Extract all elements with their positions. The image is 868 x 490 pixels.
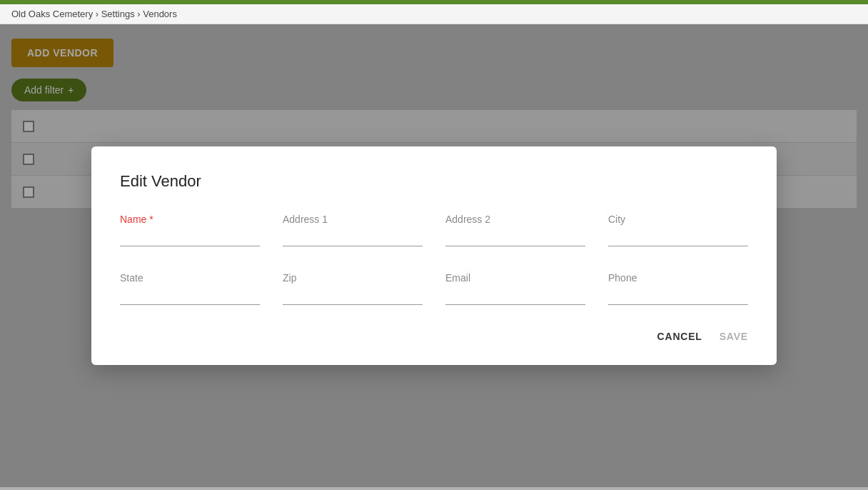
- phone-field: Phone: [608, 272, 748, 305]
- form-row-1: Name * Address 1 Address 2 City: [120, 214, 748, 246]
- state-label: State: [120, 272, 260, 284]
- address2-field: Address 2: [445, 214, 585, 246]
- modal-title: Edit Vendor: [120, 172, 748, 191]
- cancel-button[interactable]: CANCEL: [657, 331, 702, 342]
- state-input[interactable]: [120, 286, 260, 305]
- name-input[interactable]: [120, 228, 260, 246]
- address1-label: Address 1: [283, 214, 423, 225]
- name-label: Name *: [120, 214, 260, 225]
- zip-label: Zip: [283, 272, 423, 284]
- city-field: City: [608, 214, 748, 246]
- breadcrumb: Old Oaks Cemetery › Settings › Vendors: [0, 4, 868, 24]
- address1-input[interactable]: [283, 228, 423, 246]
- address1-field: Address 1: [283, 214, 423, 246]
- email-field: Email: [445, 272, 585, 305]
- modal-overlay: Edit Vendor Name * Address 1 Address 2 C…: [0, 24, 868, 487]
- state-field: State: [120, 272, 260, 305]
- save-button[interactable]: SAVE: [720, 331, 748, 342]
- email-label: Email: [445, 272, 585, 284]
- modal-actions: CANCEL SAVE: [120, 331, 748, 342]
- zip-field: Zip: [283, 272, 423, 305]
- main-area: ADD VENDOR Add filter + Edit Vendor Name…: [0, 24, 868, 487]
- phone-input[interactable]: [608, 286, 748, 305]
- city-input[interactable]: [608, 228, 748, 246]
- form-row-2: State Zip Email Phone: [120, 272, 748, 305]
- zip-input[interactable]: [283, 286, 423, 305]
- name-field: Name *: [120, 214, 260, 246]
- address2-label: Address 2: [445, 214, 585, 225]
- email-input[interactable]: [445, 286, 585, 305]
- city-label: City: [608, 214, 748, 225]
- phone-label: Phone: [608, 272, 748, 284]
- edit-vendor-modal: Edit Vendor Name * Address 1 Address 2 C…: [91, 146, 777, 365]
- address2-input[interactable]: [445, 228, 585, 246]
